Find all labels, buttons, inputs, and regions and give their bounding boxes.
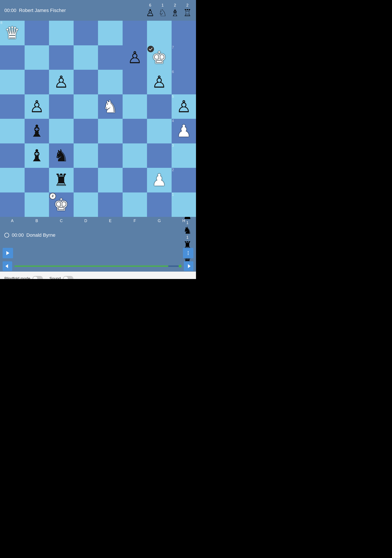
cell-f1[interactable]: [123, 192, 147, 217]
rank-4-label: 4: [172, 119, 174, 123]
cell-b8[interactable]: [25, 21, 49, 45]
check-mark-overlay: [147, 46, 154, 52]
cell-c3[interactable]: ♞: [49, 143, 74, 168]
cell-f7[interactable]: ♙: [123, 45, 147, 70]
hash-mark-overlay: #: [50, 193, 56, 200]
cell-a7[interactable]: [0, 45, 25, 70]
cell-c4[interactable]: [49, 119, 74, 143]
cell-h4[interactable]: ♟ 4: [172, 119, 196, 143]
cell-d3[interactable]: [74, 143, 98, 168]
cell-e3[interactable]: [98, 143, 123, 168]
top-captured-knight: 1 ♘: [158, 3, 167, 18]
cell-b4[interactable]: ♝: [25, 119, 49, 143]
top-player-name: Robert James Fischer: [19, 8, 66, 13]
cell-e2[interactable]: [98, 168, 123, 192]
cell-f4[interactable]: [123, 119, 147, 143]
cell-d1[interactable]: [74, 192, 98, 217]
play-button[interactable]: [3, 248, 13, 258]
top-pawn-count: 6: [149, 3, 151, 8]
rank-3-label: 3: [172, 144, 174, 147]
cell-h8[interactable]: [172, 21, 196, 45]
progress-thumb[interactable]: [179, 265, 182, 268]
cell-b2[interactable]: [25, 168, 49, 192]
bottom-rook-count: 1: [186, 235, 188, 240]
cell-h6[interactable]: 6: [172, 70, 196, 94]
black-knight-c3: ♞: [54, 147, 68, 164]
file-label-e: E: [98, 219, 123, 223]
more-options-button[interactable]: [183, 248, 193, 258]
cell-d6[interactable]: [74, 70, 98, 94]
cell-e5[interactable]: ♞: [98, 94, 123, 119]
cell-g5[interactable]: [147, 94, 172, 119]
sound-toggle[interactable]: [63, 276, 73, 279]
prev-button[interactable]: [3, 261, 12, 271]
cell-d4[interactable]: [74, 119, 98, 143]
cell-b6[interactable]: [25, 70, 49, 94]
cell-g7[interactable]: ♚: [147, 45, 172, 70]
cell-c7[interactable]: [49, 45, 74, 70]
black-pawn-b5: ♙: [29, 98, 44, 115]
next-button[interactable]: [184, 261, 193, 271]
cell-a2[interactable]: [0, 168, 25, 192]
cell-a4[interactable]: [0, 119, 25, 143]
cell-g4[interactable]: [147, 119, 172, 143]
cell-g2[interactable]: ♟: [147, 168, 172, 192]
cell-e8[interactable]: [98, 21, 123, 45]
cell-b3[interactable]: ♝: [25, 143, 49, 168]
cell-d5[interactable]: [74, 94, 98, 119]
blindfold-mode-toggle[interactable]: [33, 276, 43, 279]
cell-a8[interactable]: 8 ♛: [0, 21, 25, 45]
cell-g1[interactable]: [147, 192, 172, 217]
cell-f3[interactable]: [123, 143, 147, 168]
rank-1-label: 1: [172, 193, 174, 196]
cell-c6[interactable]: ♙: [49, 70, 74, 94]
cell-h1[interactable]: 1: [172, 192, 196, 217]
cell-b5[interactable]: ♙: [25, 94, 49, 119]
cell-d7[interactable]: [74, 45, 98, 70]
cell-g6[interactable]: ♙: [147, 70, 172, 94]
file-label-g: G: [147, 219, 172, 223]
cell-c2[interactable]: ♜: [49, 168, 74, 192]
rank-6-label: 6: [172, 70, 174, 74]
cell-g3[interactable]: [147, 143, 172, 168]
white-king-g7: ♚: [152, 49, 167, 66]
blindfold-mode-setting: Blindfold mode: [4, 276, 43, 279]
rank-7-label: 7: [172, 46, 174, 49]
black-pawn-h5: ♙: [176, 98, 191, 115]
cell-d2[interactable]: [74, 168, 98, 192]
file-label-c: C: [49, 219, 74, 223]
cell-a6[interactable]: [0, 70, 25, 94]
controls-bar: [0, 245, 196, 261]
cell-b7[interactable]: [25, 45, 49, 70]
cell-e1[interactable]: [98, 192, 123, 217]
cell-a3[interactable]: [0, 143, 25, 168]
cell-a1[interactable]: [0, 192, 25, 217]
svg-marker-5: [188, 264, 191, 268]
svg-marker-4: [5, 264, 8, 268]
cell-d8[interactable]: [74, 21, 98, 45]
cell-f5[interactable]: [123, 94, 147, 119]
rank-5-label: 5: [172, 95, 174, 98]
cell-c5[interactable]: [49, 94, 74, 119]
cell-h5[interactable]: ♙ 5: [172, 94, 196, 119]
cell-f2[interactable]: [123, 168, 147, 192]
cell-e7[interactable]: [98, 45, 123, 70]
white-queen-a8: ♛: [5, 24, 20, 41]
cell-f8[interactable]: [123, 21, 147, 45]
cell-h3[interactable]: 3: [172, 143, 196, 168]
cell-a5[interactable]: [0, 94, 25, 119]
chess-board[interactable]: 8 ♛ ♙: [0, 21, 196, 217]
rank-2-label: 2: [172, 168, 174, 172]
cell-c1[interactable]: # ♚: [49, 192, 74, 217]
cell-e6[interactable]: [98, 70, 123, 94]
cell-b1[interactable]: [25, 192, 49, 217]
top-knight-count: 1: [161, 3, 163, 8]
cell-h7[interactable]: 7: [172, 45, 196, 70]
cell-h2[interactable]: 2: [172, 168, 196, 192]
sound-label: Sound: [50, 276, 61, 279]
progress-track[interactable]: [14, 265, 182, 267]
cell-e4[interactable]: [98, 119, 123, 143]
cell-g8[interactable]: [147, 21, 172, 45]
cell-c8[interactable]: [49, 21, 74, 45]
cell-f6[interactable]: [123, 70, 147, 94]
